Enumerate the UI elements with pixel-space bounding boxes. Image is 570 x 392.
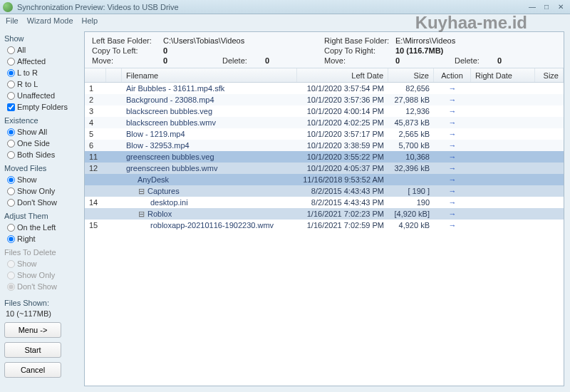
filename: Background - 23088.mp4 [122, 96, 297, 104]
menu-help[interactable]: Help [78, 15, 103, 26]
copy-right-value: 10 (116.7MB) [395, 46, 556, 55]
files-shown-title: Files Shown: [4, 299, 80, 307]
summary-left: Left Base Folder: C:\Users\Tobias\Videos… [92, 36, 324, 65]
filename: blackscreen bubbles.veg [122, 107, 297, 115]
action-arrow-icon[interactable]: → [434, 84, 471, 93]
moved-show[interactable]: Show [4, 175, 80, 185]
filename: blackscreen bubbles.wmv [122, 118, 297, 127]
th-icon[interactable] [106, 68, 122, 82]
menu-file[interactable]: File [1, 15, 23, 26]
th-rsize[interactable]: Size [535, 68, 564, 82]
minimize-button[interactable]: — [526, 2, 539, 12]
main-panel: Left Base Folder: C:\Users\Tobias\Videos… [84, 31, 564, 386]
table-row[interactable]: 1Air Bubbles - 31611.mp4.sfk10/1/2020 3:… [85, 83, 564, 94]
table-row[interactable]: 5Blow - 1219.mp410/1/2020 3:57:17 PM2,56… [85, 128, 564, 140]
existence-showall[interactable]: Show All [4, 127, 80, 137]
menu-wizard[interactable]: Wizard Mode [23, 15, 78, 26]
left-date: 8/2/2015 4:43:43 PM [297, 187, 388, 195]
action-arrow-icon[interactable]: → [434, 141, 471, 150]
row-number: 14 [85, 198, 106, 207]
filesdel-showonly: Show Only [4, 270, 80, 280]
tree-toggle-icon[interactable]: ⊟ [138, 187, 145, 196]
cancel-button[interactable]: Cancel [4, 362, 61, 378]
filename: Air Bubbles - 31611.mp4.sfk [122, 84, 297, 93]
size: 2,565 kB [388, 130, 434, 138]
show-unaffected[interactable]: Unaffected [4, 91, 80, 100]
table-row[interactable]: 12greenscreen bubbles.wmv10/1/2020 4:05:… [85, 163, 564, 174]
copy-right-label: Copy To Right: [324, 46, 395, 55]
move-right-label: Move: [324, 56, 395, 65]
action-arrow-icon[interactable]: → [434, 164, 471, 172]
action-arrow-icon[interactable]: → [434, 221, 471, 229]
adjust-left[interactable]: On the Left [4, 222, 80, 232]
window-title: Synchronization Preview: Videos to USB D… [17, 3, 526, 11]
table-row[interactable]: ⊟Captures8/2/2015 4:43:43 PM[ 190 ]→ [85, 185, 564, 197]
filesdel-dont: Don't Show [4, 282, 80, 292]
action-arrow-icon[interactable]: → [434, 187, 471, 195]
left-date: 10/1/2020 4:05:37 PM [297, 164, 388, 172]
tree-toggle-icon[interactable]: ⊟ [138, 210, 145, 219]
existence-both[interactable]: Both Sides [4, 150, 80, 160]
filename: Blow - 32953.mp4 [122, 141, 297, 150]
th-num[interactable] [85, 68, 106, 82]
table-rows[interactable]: 1Air Bubbles - 31611.mp4.sfk10/1/2020 3:… [85, 83, 564, 386]
adjust-title: Adjust Them [4, 212, 80, 220]
row-number: 12 [85, 164, 106, 172]
th-filename[interactable]: Filename [122, 68, 297, 82]
action-arrow-icon[interactable]: → [434, 153, 471, 161]
left-date: 1/16/2021 7:02:59 PM [297, 221, 388, 229]
filename: robloxapp-20210116-1902230.wmv [122, 221, 297, 229]
action-arrow-icon[interactable]: → [434, 210, 471, 218]
copy-left-value: 0 [163, 46, 324, 55]
th-rightdate[interactable]: Right Date [471, 68, 535, 82]
summary: Left Base Folder: C:\Users\Tobias\Videos… [85, 32, 564, 68]
show-all[interactable]: All [4, 45, 80, 55]
moved-showonly[interactable]: Show Only [4, 186, 80, 196]
action-arrow-icon[interactable]: → [434, 118, 471, 127]
table-row[interactable]: ⊟Roblox1/16/2021 7:02:23 PM[4,920 kB]→ [85, 208, 564, 220]
table-row[interactable]: 6Blow - 32953.mp410/1/2020 3:38:59 PM5,7… [85, 140, 564, 151]
table-row[interactable]: 2Background - 23088.mp410/1/2020 3:57:36… [85, 94, 564, 105]
del-right-label: Delete: [455, 56, 497, 65]
show-affected[interactable]: Affected [4, 56, 80, 66]
show-ltor[interactable]: L to R [4, 68, 80, 78]
th-size[interactable]: Size [388, 68, 434, 82]
th-leftdate[interactable]: Left Date [297, 68, 388, 82]
empty-folders[interactable]: Empty Folders [4, 102, 80, 112]
left-folder: C:\Users\Tobias\Videos [163, 36, 324, 45]
size: 190 [388, 198, 434, 207]
left-date: 10/1/2020 3:38:59 PM [297, 141, 388, 150]
table-row[interactable]: 3blackscreen bubbles.veg10/1/2020 4:00:1… [85, 105, 564, 117]
filesdel-title: Files To Delete [4, 248, 80, 257]
move-right-value: 0 [395, 56, 455, 65]
close-button[interactable]: ✕ [554, 2, 567, 12]
action-arrow-icon[interactable]: → [434, 198, 471, 207]
filename: ⊟Captures [122, 187, 297, 196]
existence-oneside[interactable]: One Side [4, 138, 80, 148]
table-row[interactable]: 11greenscreen bubbles.veg10/1/2020 3:55:… [85, 151, 564, 163]
action-arrow-icon[interactable]: → [434, 175, 471, 184]
left-date: 10/1/2020 4:02:25 PM [297, 118, 388, 127]
menubar: File Wizard Mode Help [0, 14, 570, 27]
start-button[interactable]: Start [4, 342, 61, 358]
table-row[interactable]: 4blackscreen bubbles.wmv10/1/2020 4:02:2… [85, 117, 564, 128]
size: [4,920 kB] [388, 210, 434, 218]
show-rtol[interactable]: R to L [4, 79, 80, 89]
table-row[interactable]: AnyDesk11/16/2018 9:53:52 AM→ [85, 174, 564, 185]
table-row[interactable]: 15robloxapp-20210116-1902230.wmv1/16/202… [85, 220, 564, 231]
moved-dont[interactable]: Don't Show [4, 197, 80, 207]
filename: greenscreen bubbles.veg [122, 153, 297, 161]
adjust-right[interactable]: Right [4, 234, 80, 244]
size: [ 190 ] [388, 187, 434, 195]
action-arrow-icon[interactable]: → [434, 96, 471, 104]
maximize-button[interactable]: □ [540, 2, 553, 12]
menu-button[interactable]: Menu -> [4, 322, 61, 338]
filename: greenscreen bubbles.wmv [122, 164, 297, 172]
right-folder-label: Right Base Folder: [324, 36, 395, 45]
move-left-label: Move: [92, 56, 163, 65]
row-number: 3 [85, 107, 106, 115]
th-action[interactable]: Action [434, 68, 471, 82]
action-arrow-icon[interactable]: → [434, 130, 471, 138]
action-arrow-icon[interactable]: → [434, 107, 471, 115]
table-row[interactable]: 14desktop.ini8/2/2015 4:43:43 PM190→ [85, 197, 564, 208]
